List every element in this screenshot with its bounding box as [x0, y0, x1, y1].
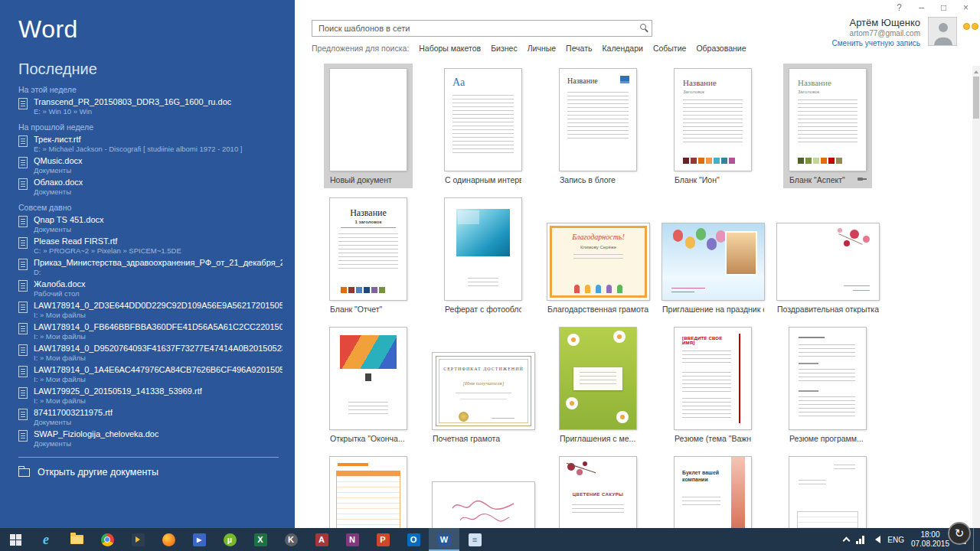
cover-graphic	[340, 335, 397, 369]
recent-doc-item[interactable]: Жалоба.docx Рабочий стол	[18, 279, 295, 298]
template-cell: Название 1 заголовок Бланк "Отчет"	[324, 193, 439, 318]
recent-doc-item[interactable]: LAW178914_0_D9520764093F41637F73277E4741…	[18, 344, 295, 362]
template-card[interactable]: Новый документ	[324, 64, 413, 188]
windows-logo-icon	[10, 534, 21, 546]
search-suggestion-link[interactable]: Образование	[696, 44, 746, 53]
maximize-button[interactable]: □	[933, 0, 955, 16]
template-cell: Приглашения с ме...	[554, 322, 668, 447]
open-other-documents[interactable]: Открыть другие документы	[18, 457, 279, 478]
scrollbar-thumb[interactable]	[973, 77, 979, 119]
scrollbar[interactable]	[972, 66, 980, 528]
recent-doc-item[interactable]: Облако.docx Документы	[18, 178, 295, 196]
feedback-smileys	[963, 23, 978, 30]
recent-doc-item[interactable]: 874117003211975.rtf Документы	[18, 408, 295, 426]
doc-title: LAW178914_0_1A4E6AC447976CA84CB7626B6CF4…	[34, 365, 283, 375]
thumb-title: Благодарность!	[547, 233, 649, 241]
taskbar-excel-button[interactable]: X	[245, 528, 276, 551]
template-card[interactable]: Название Запись в блоге	[554, 64, 642, 188]
template-card[interactable]: Название Заголовок Бланк "Ион"	[668, 64, 757, 188]
search-suggestion-link[interactable]: Бизнес	[491, 44, 517, 53]
template-card[interactable]: СЕРТИФИКАТ ДОСТИЖЕНИЙ [Имя получателя] П…	[426, 347, 541, 447]
taskbar-start-button[interactable]	[0, 528, 31, 551]
taskbar-powerpoint-button[interactable]: P	[368, 528, 398, 551]
taskbar-outlook-button[interactable]: O	[398, 528, 429, 551]
search-suggestion-link[interactable]: Наборы макетов	[419, 44, 481, 53]
search-suggestion-link[interactable]: Печать	[566, 44, 592, 53]
taskbar-firefox-button[interactable]	[153, 528, 184, 551]
recent-doc-item[interactable]: LAW178914_0_1A4E6AC447976CA84CB7626B6CF4…	[18, 365, 295, 383]
thumb-name: [ВВЕДИТЕ СВОЕ ИМЯ]	[682, 336, 733, 345]
template-card[interactable]	[783, 452, 872, 528]
template-search-input[interactable]	[312, 20, 652, 37]
recent-doc-item[interactable]: SWAP_Fiziologija_cheloveka.doc Документы	[18, 429, 295, 448]
doc-title: LAW179925_0_20150519_141338_53969.rtf	[34, 386, 202, 396]
tray-expand-icon[interactable]	[843, 537, 851, 545]
scroll-up-arrow-icon[interactable]	[974, 68, 978, 73]
template-card[interactable]: Название 1 заголовок Бланк "Отчет"	[324, 193, 413, 318]
clock-date: 07.08.2015	[911, 540, 949, 549]
taskbar-access-button[interactable]: A	[306, 528, 337, 551]
template-card[interactable]	[324, 452, 413, 528]
search-icon[interactable]	[640, 24, 646, 30]
recent-documents-list: На этой неделе Transcend_PR_20150803_DDR…	[18, 85, 295, 448]
recent-doc-item[interactable]: Qnap TS 451.docx Документы	[18, 215, 295, 233]
template-card[interactable]: [ВВЕДИТЕ СВОЕ ИМЯ] Резюме (тема "Важн...	[668, 322, 757, 447]
template-card[interactable]: Буклет вашей компании	[668, 452, 757, 528]
doc-path: Документы	[34, 187, 83, 196]
recent-doc-item[interactable]: LAW179925_0_20150519_141338_53969.rtf I:…	[18, 386, 295, 405]
recent-doc-item[interactable]: LAW178914_0_FB646BBFBBA360DFE41D56A5A61C…	[18, 322, 295, 341]
taskbar-word-button[interactable]: W	[429, 528, 459, 551]
taskbar-potplayer-button[interactable]	[122, 528, 153, 551]
template-card[interactable]: Название Заголовок Бланк "Аспект"	[783, 64, 872, 188]
thumb-subtitle: Заголовок	[683, 90, 704, 94]
doc-path: Рабочий стол	[34, 289, 86, 298]
language-indicator[interactable]: ENG	[887, 536, 904, 544]
template-cell: [ВВЕДИТЕ СВОЕ ИМЯ] Резюме (тема "Важн...	[668, 322, 783, 447]
taskbar-kmplayer-button[interactable]: K	[276, 528, 306, 551]
seal-icon	[459, 412, 469, 422]
recent-doc-item[interactable]: LAW178914_0_2D3E644DD0D229C92D109A56E9A5…	[18, 301, 295, 319]
switch-account-link[interactable]: Сменить учетную запись	[831, 39, 920, 47]
template-card[interactable]: Благодарность! Климову Серёже Благодарст…	[541, 218, 655, 318]
show-desktop-button[interactable]	[973, 528, 977, 551]
smiley-icon[interactable]	[963, 23, 970, 30]
template-card[interactable]: Аа С одинарным интерв...	[439, 64, 528, 188]
template-card[interactable]: ЦВЕТЕНИЕ САКУРЫ	[554, 452, 642, 528]
pin-icon[interactable]	[858, 175, 867, 183]
doc-title: Облако.docx	[34, 178, 83, 187]
smiley-icon[interactable]	[972, 23, 978, 30]
avatar[interactable]	[928, 17, 957, 46]
recent-doc-item[interactable]: QMusic.docx Документы	[18, 156, 295, 174]
taskbar-chrome-button[interactable]	[92, 528, 122, 551]
taskbar-utorrent-button[interactable]: µ	[214, 528, 245, 551]
template-card[interactable]: Резюме программ...	[783, 322, 872, 447]
template-card[interactable]	[426, 477, 541, 528]
sync-overlay-icon[interactable]: ↻	[948, 522, 971, 545]
taskbar-films-button[interactable]: ▶	[184, 528, 214, 551]
network-icon[interactable]	[856, 536, 864, 544]
template-card[interactable]: Поздравительная открытка с...	[771, 218, 885, 318]
recent-doc-item[interactable]: Приказ_Министерства_здравоохранения_РФ_о…	[18, 258, 295, 276]
search-suggestion-link[interactable]: Календари	[602, 44, 642, 53]
doc-path: Документы	[34, 225, 104, 233]
doc-title: SWAP_Fiziologija_cheloveka.doc	[34, 429, 158, 439]
recent-doc-item[interactable]: Трек-лист.rtf E: » Michael Jackson - Dis…	[18, 135, 295, 153]
taskbar-explorer-button[interactable]	[61, 528, 92, 551]
search-suggestion-link[interactable]: Событие	[653, 44, 687, 53]
taskbar-notepad-button[interactable]: ≡	[459, 528, 490, 551]
search-suggestion-link[interactable]: Личные	[528, 44, 556, 53]
recent-doc-item[interactable]: Please Read FIRST.rtf C: » PROGRA~2 » Pi…	[18, 236, 295, 255]
volume-icon[interactable]	[871, 536, 880, 543]
taskbar-onenote-button[interactable]: N	[337, 528, 368, 551]
recent-doc-item[interactable]: Transcend_PR_20150803_DDR3_16G_1600_ru.d…	[18, 97, 295, 116]
template-card[interactable]: Открытка "Оконча...	[324, 322, 413, 447]
template-card[interactable]: Реферат с фотооблож...	[439, 193, 528, 318]
doc-title: QMusic.docx	[34, 156, 83, 166]
close-button[interactable]: ×	[955, 0, 977, 16]
taskbar-clock[interactable]: 18:00 07.08.2015	[911, 530, 949, 549]
minimize-button[interactable]: –	[910, 0, 933, 16]
taskbar-ie-button[interactable]: e	[31, 528, 61, 551]
template-card[interactable]: Приглашение на праздник с...	[656, 218, 770, 318]
help-button[interactable]: ?	[888, 0, 910, 16]
template-card[interactable]: Приглашения с ме...	[554, 322, 642, 447]
